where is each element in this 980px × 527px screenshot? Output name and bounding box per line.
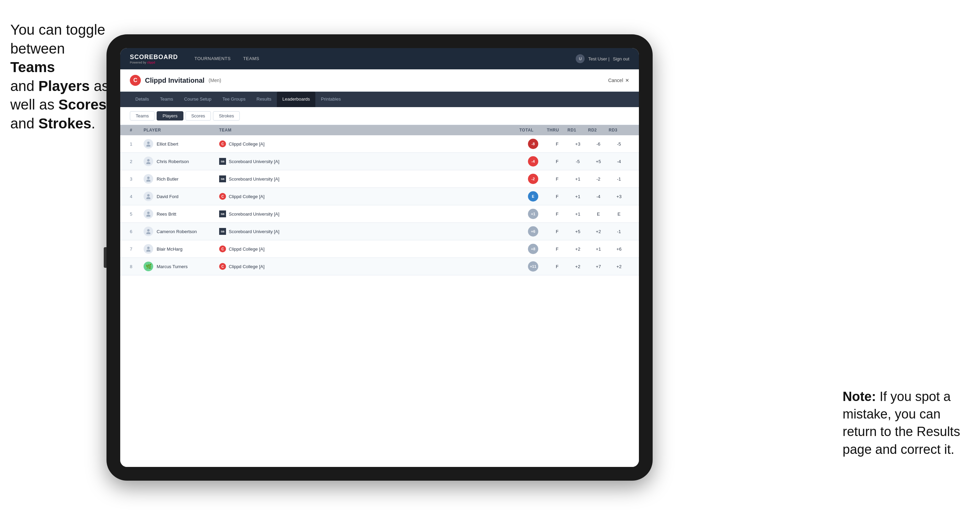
player-avatar — [143, 209, 153, 219]
svg-point-2 — [146, 144, 150, 147]
right-annotation: Note: If you spot a mistake, you can ret… — [843, 388, 966, 458]
table-row[interactable]: 4 David Ford C Clippd College [A] E F +1… — [120, 188, 639, 205]
player-cell: Chris Robertson — [143, 157, 219, 166]
table-row[interactable]: 3 Rich Butler SB Scoreboard University [… — [120, 170, 639, 188]
table-row[interactable]: 8 🌿 Marcus Turners C Clippd College [A] … — [120, 258, 639, 275]
player-cell: Cameron Robertson — [143, 227, 219, 236]
toggle-strokes[interactable]: Strokes — [213, 111, 240, 121]
tab-teams[interactable]: Teams — [154, 92, 179, 107]
rd1-value: +3 — [568, 141, 588, 147]
rd3-value: -1 — [609, 229, 629, 234]
rd2-value: +5 — [588, 159, 609, 164]
toggle-players[interactable]: Players — [157, 111, 183, 121]
cancel-button[interactable]: Cancel ✕ — [608, 78, 629, 83]
player-avatar — [143, 192, 153, 201]
app-logo: SCOREBOARD — [130, 54, 178, 61]
row-number: 1 — [130, 141, 143, 147]
player-avatar — [143, 139, 153, 149]
toggle-row: Teams Players Scores Strokes — [120, 107, 639, 125]
player-name: Blair McHarg — [157, 246, 182, 252]
team-logo-sb: SB — [219, 175, 226, 182]
logo-subtitle: Powered by clippd — [130, 61, 178, 64]
player-name: Cameron Robertson — [157, 229, 197, 234]
tab-tee-groups[interactable]: Tee Groups — [217, 92, 251, 107]
thru-value: F — [547, 246, 568, 252]
thru-value: F — [547, 264, 568, 269]
rd1-value: +2 — [568, 264, 588, 269]
svg-point-4 — [146, 162, 150, 164]
tab-leaderboards[interactable]: Leaderboards — [277, 92, 315, 107]
table-row[interactable]: 7 Blair McHarg C Clippd College [A] +8 F… — [120, 240, 639, 258]
rd2-value: -4 — [588, 194, 609, 199]
tournament-logo: C — [130, 75, 141, 86]
row-number: 4 — [130, 194, 143, 199]
nav-teams[interactable]: TEAMS — [237, 48, 266, 69]
svg-point-13 — [147, 247, 150, 249]
teams-text: Teams — [10, 59, 55, 75]
row-number: 8 — [130, 264, 143, 269]
tab-printables[interactable]: Printables — [315, 92, 346, 107]
team-name: Scoreboard University [A] — [229, 229, 279, 234]
table-row[interactable]: 1 Elliot Ebert C Clippd College [A] -8 F… — [120, 135, 639, 153]
row-number: 5 — [130, 211, 143, 217]
player-avatar — [143, 174, 153, 184]
rd1-value: +5 — [568, 229, 588, 234]
team-cell: C Clippd College [A] — [219, 140, 519, 147]
player-avatar — [143, 157, 153, 166]
team-logo-clippd: C — [219, 193, 226, 200]
sign-out-link[interactable]: Sign out — [613, 56, 629, 62]
table-row[interactable]: 5 Rees Britt SB Scoreboard University [A… — [120, 205, 639, 223]
team-logo-clippd: C — [219, 140, 226, 147]
col-num: # — [130, 128, 143, 133]
tournament-header: C Clippd Invitational (Men) Cancel ✕ — [120, 69, 639, 92]
team-name: Clippd College [A] — [229, 246, 264, 252]
col-rd1: RD1 — [568, 128, 588, 133]
team-name: Clippd College [A] — [229, 264, 264, 269]
total-score: -2 — [528, 174, 538, 184]
thru-value: F — [547, 159, 568, 164]
team-name: Scoreboard University [A] — [229, 211, 279, 217]
tab-results[interactable]: Results — [251, 92, 277, 107]
row-number: 3 — [130, 176, 143, 182]
left-annotation: You can toggle between Teams and Players… — [10, 21, 110, 133]
team-cell: SB Scoreboard University [A] — [219, 228, 519, 235]
svg-point-3 — [147, 159, 150, 162]
user-name: Test User | — [588, 56, 609, 62]
rd1-value: +1 — [568, 211, 588, 217]
thru-value: F — [547, 211, 568, 217]
main-nav: TOURNAMENTS TEAMS — [188, 48, 576, 69]
scores-text: Scores — [58, 97, 107, 113]
team-name: Clippd College [A] — [229, 141, 264, 147]
rd3-value: -1 — [609, 176, 629, 182]
col-total: TOTAL — [519, 128, 547, 133]
table-row[interactable]: 6 Cameron Robertson SB Scoreboard Univer… — [120, 223, 639, 240]
tab-details[interactable]: Details — [130, 92, 154, 107]
toggle-scores[interactable]: Scores — [186, 111, 211, 121]
tab-course-setup[interactable]: Course Setup — [179, 92, 217, 107]
rd1-value: -5 — [568, 159, 588, 164]
note-label: Note: — [843, 389, 876, 404]
close-icon: ✕ — [625, 78, 629, 83]
player-cell: David Ford — [143, 192, 219, 201]
period: . — [91, 115, 95, 132]
thru-value: F — [547, 229, 568, 234]
table-row[interactable]: 2 Chris Robertson SB Scoreboard Universi… — [120, 153, 639, 170]
total-score: -8 — [528, 139, 538, 149]
tablet-side-button — [104, 247, 107, 268]
thru-value: F — [547, 141, 568, 147]
rd2-value: +7 — [588, 264, 609, 269]
nav-tournaments[interactable]: TOURNAMENTS — [188, 48, 237, 69]
team-name: Clippd College [A] — [229, 194, 264, 199]
rd3-value: -4 — [609, 159, 629, 164]
team-logo-sb: SB — [219, 210, 226, 217]
total-score: +6 — [528, 226, 538, 237]
tablet-device: SCOREBOARD Powered by clippd TOURNAMENTS… — [107, 34, 653, 481]
col-player: PLAYER — [143, 128, 219, 133]
rd2-value: +2 — [588, 229, 609, 234]
rd3-value: +6 — [609, 246, 629, 252]
header-right: U Test User | Sign out — [576, 54, 629, 63]
toggle-teams[interactable]: Teams — [130, 111, 154, 121]
team-cell: SB Scoreboard University [A] — [219, 158, 519, 165]
rd3-value: +3 — [609, 194, 629, 199]
svg-point-9 — [147, 212, 150, 214]
